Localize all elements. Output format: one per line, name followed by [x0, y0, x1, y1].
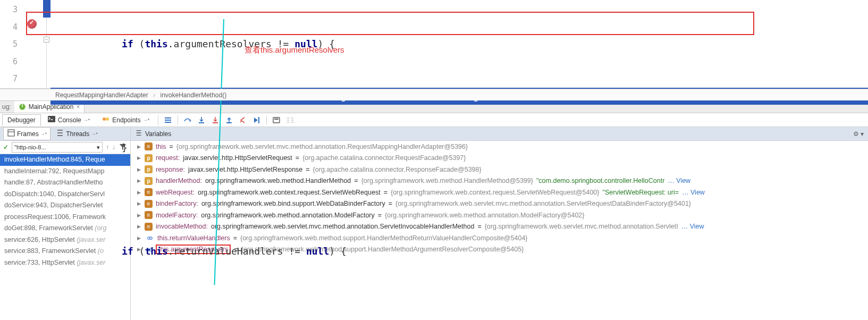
breadcrumb[interactable]: RequestMappingHandlerAdapter › invokeHan…: [0, 89, 868, 100]
check-icon: ✓: [3, 144, 9, 151]
breakpoint-gutter[interactable]: [24, 0, 43, 88]
spring-boot-icon: [19, 103, 26, 111]
breadcrumb-item[interactable]: RequestMappingHandlerAdapter: [55, 91, 148, 99]
breakpoint-verified-icon[interactable]: [27, 19, 37, 29]
fold-toggle-icon[interactable]: −: [44, 37, 49, 43]
line-number: 6: [0, 53, 18, 71]
trace-current-stream-chain-icon[interactable]: [284, 114, 297, 127]
frames-icon: [7, 129, 15, 139]
code-line[interactable]: }: [50, 139, 868, 157]
line-number-gutter: 3 4 5 6 7: [0, 0, 24, 88]
annotation-text: 查看this.argumentResolvers: [245, 45, 344, 55]
code-area[interactable]: if (this.argumentResolvers != null) { in…: [50, 0, 868, 88]
line-number: 4: [0, 19, 18, 36]
line-number: 7: [0, 70, 18, 88]
line-number: 5: [0, 36, 18, 53]
line-number: 3: [0, 1, 18, 19]
svg-rect-10: [8, 130, 14, 136]
chevron-right-icon: ›: [153, 91, 155, 99]
code-line[interactable]: if (this.returnValueHandlers != null) {: [50, 243, 868, 260]
tab-debugger[interactable]: Debugger: [2, 114, 41, 126]
code-line[interactable]: if (this.argumentResolvers != null) {: [50, 36, 868, 53]
code-line[interactable]: [50, 191, 868, 209]
code-editor[interactable]: 3 4 5 6 7 − − if (this.argumentResolvers…: [0, 0, 868, 89]
breadcrumb-item[interactable]: invokeHandlerMethod(): [160, 91, 226, 99]
frames-tab[interactable]: Frames→*: [3, 127, 50, 140]
tool-window-label: ug:: [0, 103, 14, 111]
